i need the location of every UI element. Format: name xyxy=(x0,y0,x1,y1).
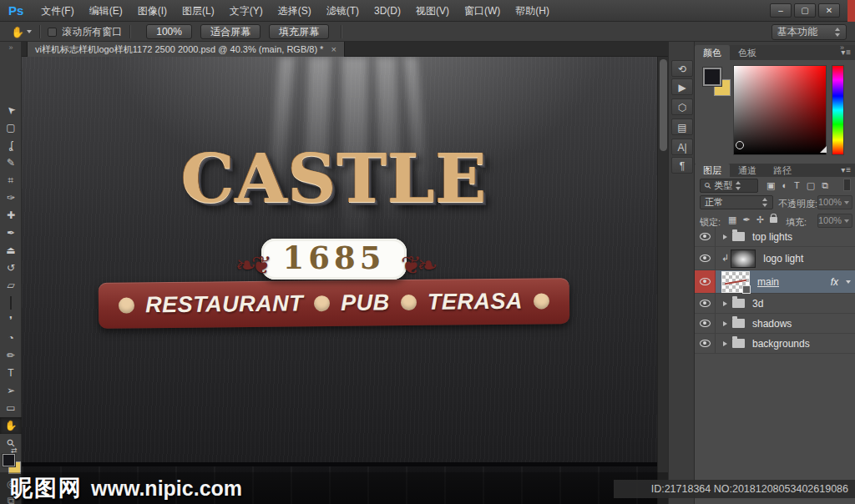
expand-arrow-icon[interactable] xyxy=(723,301,727,306)
minimize-button[interactable]: – xyxy=(770,3,792,18)
blend-mode-select[interactable]: 正常 xyxy=(700,195,773,209)
visibility-toggle[interactable] xyxy=(695,247,716,270)
menu-file[interactable]: 文件(F) xyxy=(33,0,81,22)
visibility-toggle[interactable] xyxy=(695,314,716,333)
3d-panel-button[interactable]: ⬡ xyxy=(671,98,693,115)
layer-thumbnail[interactable] xyxy=(731,249,756,268)
lock-image-pixels-icon[interactable]: ✒ xyxy=(742,214,750,225)
tool-preset-caret-icon[interactable] xyxy=(27,30,32,33)
dodge-tool[interactable]: ◔ xyxy=(0,330,22,346)
eraser-tool[interactable]: ▱ xyxy=(0,277,22,294)
layer-row-shadows[interactable]: shadows xyxy=(695,314,855,334)
resize-corner-icon xyxy=(820,146,827,153)
fill-value-box[interactable]: 100% xyxy=(817,214,852,228)
menu-image[interactable]: 图像(I) xyxy=(130,0,175,22)
scrollbar-thumb[interactable] xyxy=(660,59,667,151)
fx-collapse-caret-icon[interactable] xyxy=(846,280,851,284)
layer-row-logo-light[interactable]: ↲ logo light xyxy=(695,247,855,270)
tab-channels[interactable]: 通道 xyxy=(730,164,765,177)
opacity-value-box[interactable]: 100% xyxy=(817,195,852,209)
filter-pixel-layers-icon[interactable]: ▣ xyxy=(766,179,775,192)
visibility-toggle[interactable] xyxy=(695,294,716,313)
lock-position-icon[interactable]: ✢ xyxy=(756,214,764,225)
healing-brush-tool[interactable]: ✚ xyxy=(0,207,22,224)
fill-screen-button[interactable]: 填充屏幕 xyxy=(269,24,329,39)
menu-view[interactable]: 视图(V) xyxy=(408,0,457,22)
scroll-all-windows-checkbox[interactable] xyxy=(48,28,57,37)
layer-row-backgrounds[interactable]: backgrounds xyxy=(695,334,855,354)
visibility-toggle[interactable] xyxy=(695,270,716,293)
brush-tool[interactable]: ✒ xyxy=(0,224,22,241)
shape-tool[interactable]: ▭ xyxy=(0,400,22,416)
lock-all-icon[interactable] xyxy=(770,217,777,223)
tab-layers[interactable]: 图层 xyxy=(695,164,730,177)
menu-filter[interactable]: 滤镜(T) xyxy=(319,0,367,22)
menu-window[interactable]: 窗口(W) xyxy=(457,0,508,22)
eye-icon xyxy=(700,320,711,327)
menu-help[interactable]: 帮助(H) xyxy=(508,0,557,22)
filter-smart-object-icon[interactable]: ⧉ xyxy=(822,179,828,192)
expand-arrow-icon[interactable] xyxy=(723,321,727,326)
visibility-toggle[interactable] xyxy=(695,334,716,353)
foreground-color-swatch[interactable] xyxy=(3,454,15,466)
layer-row-top-lights[interactable]: top lights xyxy=(695,227,855,247)
panel-menu-icon[interactable]: ▾≡ xyxy=(841,165,852,174)
document-tab[interactable]: vi样机标志样机logo样机1172 2500 2000.psd @ 40.3%… xyxy=(27,42,345,57)
menu-edit[interactable]: 编辑(E) xyxy=(82,0,130,22)
gradient-tool[interactable] xyxy=(0,295,22,311)
panels-collapse-icon[interactable]: » xyxy=(840,43,843,52)
path-selection-tool[interactable]: ➢ xyxy=(0,382,22,399)
tab-close-icon[interactable]: × xyxy=(331,44,336,54)
expand-arrow-icon[interactable] xyxy=(723,234,727,239)
layer-thumbnail[interactable] xyxy=(721,271,750,293)
layer-row-main[interactable]: main fx xyxy=(695,270,855,294)
banner-dot-icon xyxy=(401,295,417,310)
filter-adjustment-layers-icon[interactable]: ◐ xyxy=(782,179,787,192)
layer-filter-type-select[interactable]: ⚲ 类型 xyxy=(700,179,758,193)
crop-tool[interactable]: ⌗ xyxy=(0,172,22,189)
layer-row-3d[interactable]: 3d xyxy=(695,294,855,314)
layer-effects-fx-badge[interactable]: fx xyxy=(831,276,838,288)
search-icon: ⚲ xyxy=(702,180,713,191)
menu-type[interactable]: 文字(Y) xyxy=(222,0,271,22)
visibility-toggle[interactable] xyxy=(695,227,716,246)
toolbar-collapse-icon[interactable]: » xyxy=(0,42,21,52)
saturation-brightness-field[interactable] xyxy=(733,65,827,155)
fit-screen-button[interactable]: 适合屏幕 xyxy=(200,24,261,39)
filter-type-layers-icon[interactable]: T xyxy=(794,179,800,192)
blur-tool[interactable]: ❜ xyxy=(0,312,22,329)
properties-panel-button[interactable]: ▤ xyxy=(671,118,693,135)
actions-panel-button[interactable]: ▶ xyxy=(671,78,693,95)
eyedropper-tool[interactable]: ✑ xyxy=(0,189,22,206)
foreground-color-swatch[interactable] xyxy=(703,68,721,86)
type-tool[interactable]: T xyxy=(0,365,22,381)
marquee-tool[interactable]: ▢ xyxy=(0,119,22,136)
zoom-100-button[interactable]: 100% xyxy=(146,24,192,39)
menu-select[interactable]: 选择(S) xyxy=(271,0,319,22)
filtering-toggle[interactable] xyxy=(843,179,851,191)
tab-paths[interactable]: 路径 xyxy=(765,164,800,177)
paragraph-panel-button[interactable]: ¶ xyxy=(671,157,693,174)
character-panel-button[interactable]: A| xyxy=(671,139,693,155)
menu-3d[interactable]: 3D(D) xyxy=(367,0,408,22)
menu-layer[interactable]: 图层(L) xyxy=(175,0,222,22)
quick-selection-tool[interactable]: ✎ xyxy=(0,154,22,171)
expand-arrow-icon[interactable] xyxy=(723,341,727,346)
canvas-area[interactable]: CASTLE ❧❦ 1685 ❦❧ RESTAURANT PUB TERASA xyxy=(22,57,668,504)
workspace-switcher[interactable]: 基本功能 xyxy=(772,24,847,40)
color-picker-cursor[interactable] xyxy=(736,141,744,149)
history-brush-tool[interactable]: ↺ xyxy=(0,260,22,276)
layer-name: backgrounds xyxy=(752,338,810,350)
canvas-vertical-scrollbar[interactable] xyxy=(657,57,668,504)
filter-shape-layers-icon[interactable]: ▢ xyxy=(807,179,815,192)
lasso-tool[interactable]: ʆ xyxy=(0,137,22,154)
hue-slider[interactable] xyxy=(832,65,844,155)
tab-swatches[interactable]: 色板 xyxy=(730,45,765,60)
history-panel-button[interactable]: ⟲ xyxy=(671,60,693,77)
clone-stamp-tool[interactable]: ⏏ xyxy=(0,242,22,259)
lock-transparent-pixels-icon[interactable]: ▦ xyxy=(728,214,736,225)
pen-tool[interactable]: ✏ xyxy=(0,347,22,364)
maximize-button[interactable]: ▢ xyxy=(794,3,816,18)
close-button[interactable]: ✕ xyxy=(818,3,840,18)
tab-color[interactable]: 颜色 xyxy=(695,45,730,60)
